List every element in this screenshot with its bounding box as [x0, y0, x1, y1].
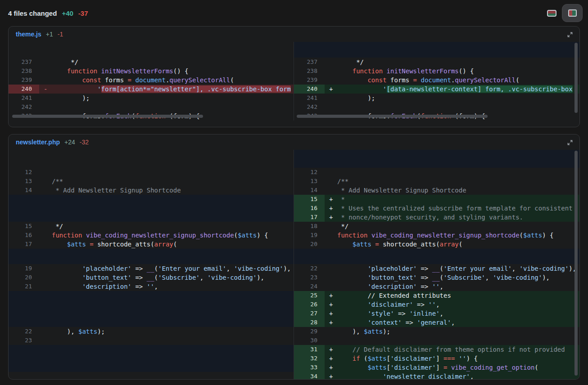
code-text: [337, 168, 579, 177]
code-text: 'button_text' => __('Subscribe', 'vibe-c…: [52, 273, 294, 282]
code-line: 240+ '[data-newsletter-context] form, .v…: [294, 85, 579, 94]
diff-marker: +: [325, 195, 337, 204]
code-text: function initNewsletterForms() {: [52, 67, 294, 76]
files-changed-summary: 4 files changed +40 -37: [8, 9, 88, 17]
code-text: 'description' => '',: [52, 282, 294, 291]
code-line: 14 * Add Newsletter Signup Shortcode: [9, 186, 294, 195]
code-line: 241 );: [294, 94, 579, 103]
diff-marker: [39, 94, 52, 103]
line-number: 17: [294, 213, 325, 222]
code-line: 33+ $atts['disclaimer'] = vibe_coding_ge…: [294, 363, 579, 372]
filler-region: [9, 150, 294, 168]
line-number: 12: [294, 168, 325, 177]
line-number: 22: [9, 327, 39, 336]
code-text: // Default disclaimer from theme options…: [337, 345, 579, 354]
code-line: 25+ // Extended attributes: [294, 291, 579, 300]
code-text: $atts = shortcode_atts(array(: [337, 240, 579, 249]
diff-marker: [39, 240, 52, 249]
line-number: 12: [9, 168, 39, 177]
line-number: 22: [294, 264, 325, 273]
code-line: 237 */: [294, 58, 579, 67]
diff-marker: +: [325, 85, 337, 94]
code-line: 17 $atts = shortcode_atts(array(: [9, 240, 294, 249]
code-text: ), $atts);: [52, 327, 294, 336]
collapsed-region: [9, 195, 294, 222]
code-text: function vibe_coding_newsletter_signup_s…: [52, 231, 294, 240]
diff-panes: 1213/**14 * Add Newsletter Signup Shortc…: [9, 150, 579, 380]
diff-marker: [39, 177, 52, 186]
code-text: * Add Newsletter Signup Shortcode: [52, 186, 294, 195]
expand-panel-button[interactable]: [566, 139, 574, 147]
file-diff-panel: newsletter.php+24-321213/**14 * Add News…: [8, 134, 580, 380]
code-text: 'newsletter_disclaimer',: [337, 372, 579, 380]
code-text: * nonce/honeypot security, and styling v…: [337, 213, 579, 222]
diff-marker: [39, 168, 52, 177]
horizontal-scrollbar[interactable]: [297, 115, 488, 118]
code-text: *: [337, 195, 579, 204]
diff-marker: [39, 231, 52, 240]
code-line: 21 'description' => '',: [9, 282, 294, 291]
diff-marker: [325, 282, 337, 291]
line-number: 32: [294, 354, 325, 363]
diff-marker: +: [325, 318, 337, 327]
code-text: $atts = shortcode_atts(array(: [52, 240, 294, 249]
diff-marker: [325, 186, 337, 195]
line-number: 21: [9, 282, 39, 291]
diff-marker: +: [325, 300, 337, 309]
code-line: 12: [9, 168, 294, 177]
code-text: ), $atts);: [337, 327, 579, 336]
diff-marker: [39, 327, 52, 336]
code-line: 14 * Add Newsletter Signup Shortcode: [294, 186, 579, 195]
code-text: $atts['disclaimer'] = vibe_coding_get_op…: [337, 363, 579, 372]
file-additions: +24: [64, 139, 75, 146]
code-text: 'disclaimer' => '',: [337, 300, 579, 309]
line-number: 34: [294, 372, 325, 380]
line-number: 242: [294, 103, 325, 112]
diff-marker: [325, 168, 337, 177]
line-number: 17: [9, 240, 39, 249]
filler-region: [9, 42, 294, 58]
diff-marker: +: [325, 354, 337, 363]
collapsed-region: [294, 150, 579, 168]
code-line: 13/**: [9, 177, 294, 186]
code-text: [337, 103, 579, 112]
code-line: 16function vibe_coding_newsletter_signup…: [9, 231, 294, 240]
vertical-scrollbar[interactable]: [574, 151, 578, 376]
code-line: 30: [294, 336, 579, 345]
line-number: 240: [294, 85, 325, 94]
line-number: 20: [9, 273, 39, 282]
code-text: if ($atts['disclaimer'] === '') {: [337, 354, 579, 363]
line-number: 242: [9, 103, 39, 112]
line-number: 241: [9, 94, 39, 103]
collapsed-region: [9, 345, 294, 372]
line-number: 18: [294, 222, 325, 231]
file-deletions: -1: [58, 31, 63, 38]
collapsed-region: [294, 42, 579, 58]
code-line: 23 'button_text' => __('Subscribe', 'vib…: [294, 273, 579, 282]
code-text: function initNewsletterForms() {: [337, 67, 579, 76]
code-text: [337, 336, 579, 345]
diff-marker: [325, 273, 337, 282]
expand-icon: [567, 31, 573, 38]
old-code-pane: 237 */238 function initNewsletterForms()…: [9, 42, 294, 121]
code-line: 240- 'form[action*="newsletter"], .vc-su…: [9, 85, 294, 94]
horizontal-scrollbar[interactable]: [12, 115, 203, 118]
vertical-scrollbar[interactable]: [574, 43, 578, 113]
code-line: 15+ *: [294, 195, 579, 204]
line-number: 237: [294, 58, 325, 67]
code-text: */: [52, 222, 294, 231]
line-number: 238: [9, 67, 39, 76]
line-number: 28: [294, 318, 325, 327]
unified-diff-view-icon[interactable]: [547, 10, 556, 17]
diff-marker: [39, 186, 52, 195]
code-line: 16+ * Uses the centralized subscribe for…: [294, 204, 579, 213]
code-line: 24 'description' => '',: [294, 282, 579, 291]
split-diff-view-button[interactable]: [562, 4, 583, 22]
line-number: 30: [294, 336, 325, 345]
expand-panel-button[interactable]: [566, 31, 574, 39]
line-number: 29: [294, 327, 325, 336]
new-code-pane: 1213/**14 * Add Newsletter Signup Shortc…: [294, 150, 579, 380]
diff-marker: [325, 103, 337, 112]
collapsed-region: [9, 249, 294, 264]
code-line: 17+ * nonce/honeypot security, and styli…: [294, 213, 579, 222]
